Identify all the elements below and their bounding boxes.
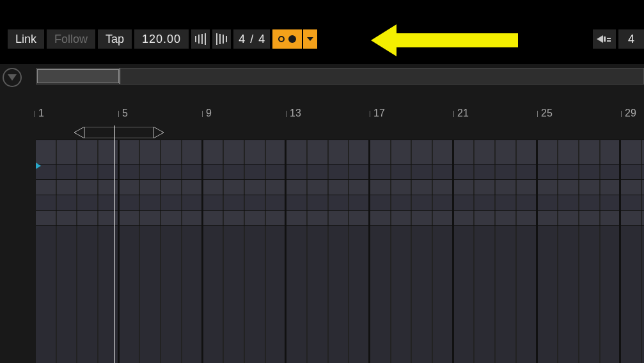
tempo-field[interactable]: 120.00 [134, 29, 189, 49]
overview-playhead [120, 69, 120, 84]
arrangement-grid[interactable] [36, 140, 644, 363]
midi-capture-button[interactable] [593, 29, 616, 49]
svg-marker-1 [597, 35, 603, 43]
ruler-tick: 21 [457, 108, 469, 119]
triangle-down-icon [8, 74, 17, 81]
midi-arrow-icon [597, 34, 612, 44]
transport-bar: Link Follow Tap 120.00 4 / 4 [8, 29, 644, 49]
right-controls: 4 [593, 29, 644, 49]
arrangement-overview[interactable] [36, 68, 644, 85]
nudge-up-icon [216, 33, 227, 45]
track-row[interactable] [36, 140, 644, 164]
ruler-tick: 9 [206, 108, 212, 119]
track-row[interactable] [36, 195, 644, 210]
track-row[interactable] [36, 164, 644, 179]
bar-position-display[interactable]: 4 [618, 29, 644, 49]
track-row[interactable] [36, 179, 644, 195]
ruler-tick: 13 [290, 108, 301, 119]
sig-separator: / [250, 33, 253, 46]
metronome-menu-button[interactable] [303, 29, 317, 49]
beat-ruler[interactable]: 1 5 9 13 17 21 25 29 [36, 108, 644, 125]
nudge-down-button[interactable] [191, 29, 210, 49]
metronome-group [272, 29, 317, 49]
tap-tempo-button[interactable]: Tap [98, 29, 132, 49]
automation-marker-icon [36, 163, 41, 169]
track-row[interactable] [36, 210, 644, 225]
ruler-tick: 25 [541, 108, 553, 119]
nudge-up-button[interactable] [212, 29, 231, 49]
overview-viewport[interactable] [37, 69, 119, 83]
link-button[interactable]: Link [8, 29, 44, 49]
ruler-tick: 17 [373, 108, 385, 119]
svg-marker-5 [74, 127, 84, 138]
track-fold-toggle[interactable] [3, 68, 22, 87]
svg-marker-6 [153, 127, 164, 138]
svg-rect-4 [607, 40, 611, 42]
svg-rect-2 [604, 36, 606, 42]
follow-button[interactable]: Follow [47, 29, 95, 49]
arrangement-playhead[interactable] [114, 125, 115, 363]
sig-denominator: 4 [258, 33, 265, 46]
sig-numerator: 4 [239, 33, 245, 46]
ruler-tick: 1 [38, 108, 44, 119]
chevron-down-icon [307, 37, 313, 41]
svg-rect-3 [607, 38, 611, 39]
loop-brace[interactable] [36, 127, 644, 140]
nudge-down-icon [195, 33, 206, 45]
ruler-tick: 29 [625, 108, 636, 119]
track-row[interactable] [36, 225, 644, 363]
metronome-beat-fill-icon [288, 35, 296, 43]
metronome-beat-open-icon [278, 36, 285, 42]
time-signature[interactable]: 4 / 4 [233, 29, 270, 49]
metronome-button[interactable] [272, 29, 302, 49]
ruler-tick: 5 [122, 108, 128, 119]
